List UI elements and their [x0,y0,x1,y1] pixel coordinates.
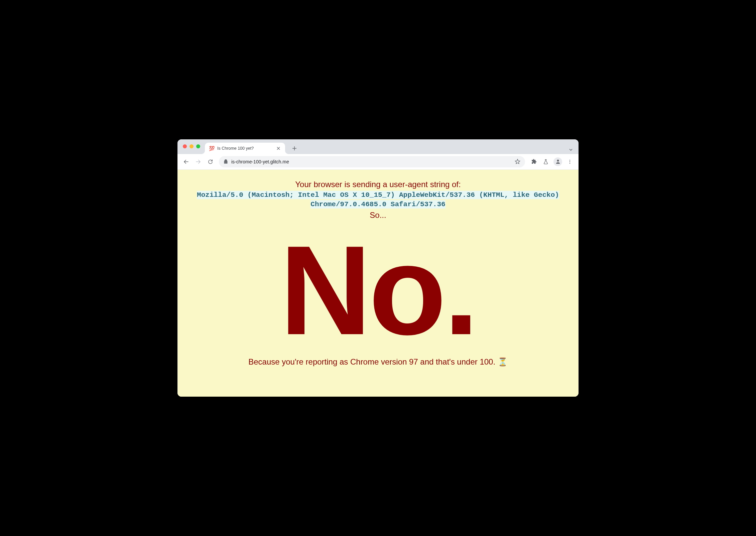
tab-title: Is Chrome 100 yet? [217,146,273,151]
reload-button[interactable] [205,156,216,167]
extensions-button[interactable] [528,156,539,167]
person-icon [555,159,561,164]
user-agent-string: Mozilla/5.0 (Macintosh; Intel Mac OS X 1… [197,191,559,209]
flask-icon [543,159,548,164]
profile-button[interactable] [552,156,563,167]
reason-text: Because you're reporting as Chrome versi… [180,357,576,367]
tab-close-button[interactable] [276,146,281,151]
svg-point-3 [570,163,570,163]
user-agent-block: Mozilla/5.0 (Macintosh; Intel Mac OS X 1… [180,190,576,210]
url-text: is-chrome-100-yet.glitch.me [231,159,511,164]
address-bar[interactable]: is-chrome-100-yet.glitch.me [219,156,525,167]
forward-button[interactable] [193,156,204,167]
window-controls [181,144,203,152]
back-button[interactable] [181,156,192,167]
avatar [553,157,562,166]
window-close-button[interactable] [183,144,187,148]
labs-button[interactable] [540,156,551,167]
so-text: So... [180,211,576,220]
arrow-right-icon [195,159,201,165]
star-icon [515,159,520,164]
lock-icon [224,159,228,164]
svg-point-1 [570,160,570,160]
reload-icon [208,159,213,164]
svg-point-2 [570,161,570,162]
kebab-icon [567,159,573,164]
svg-point-0 [557,160,559,162]
browser-window: 💯 Is Chrome 100 yet? is-chrome-10 [177,139,579,397]
bookmark-button[interactable] [515,159,520,164]
heading-text: Your browser is sending a user-agent str… [180,180,576,189]
close-icon [277,147,280,150]
window-maximize-button[interactable] [196,144,200,148]
window-minimize-button[interactable] [190,144,194,148]
toolbar: is-chrome-100-yet.glitch.me [177,154,579,170]
browser-tab[interactable]: 💯 Is Chrome 100 yet? [205,143,285,154]
tab-search-button[interactable] [569,147,575,152]
chevron-down-icon [569,147,573,152]
arrow-left-icon [183,159,189,165]
page-content: Your browser is sending a user-agent str… [177,170,579,397]
tab-favicon: 💯 [209,146,215,151]
answer-text: No. [180,230,576,351]
tab-bar: 💯 Is Chrome 100 yet? [177,139,579,154]
puzzle-icon [531,159,537,164]
plus-icon [292,146,297,151]
new-tab-button[interactable] [290,144,299,153]
menu-button[interactable] [564,156,575,167]
